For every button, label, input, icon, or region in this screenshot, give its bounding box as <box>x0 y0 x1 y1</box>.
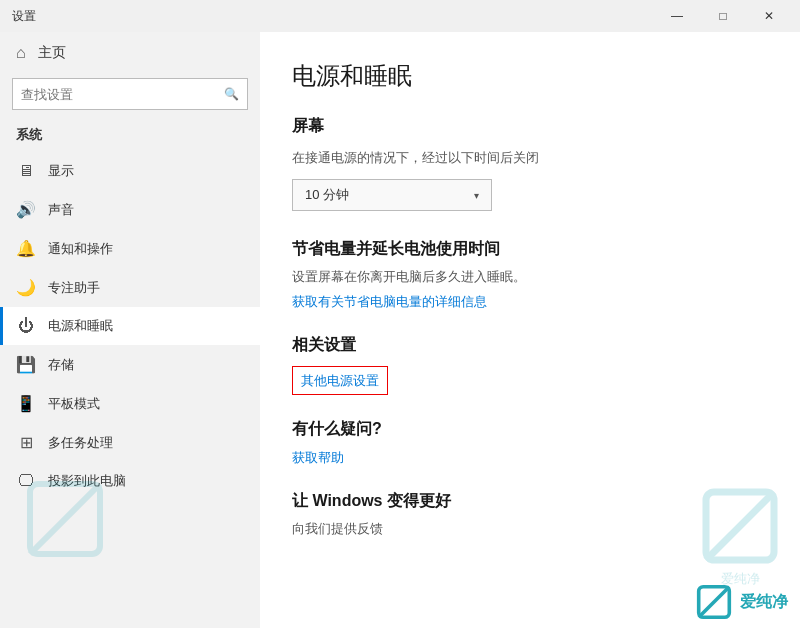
sidebar-item-sound-label: 声音 <box>48 201 74 219</box>
sidebar-item-notify[interactable]: 🔔 通知和操作 <box>0 229 260 268</box>
main-layout: ⌂ 主页 🔍 系统 🖥 显示 🔊 声音 🔔 通知和操作 🌙 专注助手 ⏻ 电源和… <box>0 32 800 628</box>
energy-desc: 设置屏幕在你离开电脑后多久进入睡眠。 <box>292 268 768 286</box>
watermark-brand: 爱纯净 <box>721 570 760 588</box>
sidebar-item-project[interactable]: 🖵 投影到此电脑 <box>0 462 260 500</box>
page-title: 电源和睡眠 <box>292 60 768 92</box>
home-icon: ⌂ <box>16 44 26 62</box>
focus-icon: 🌙 <box>16 278 36 297</box>
chevron-down-icon: ▾ <box>474 190 479 201</box>
sidebar-item-sound[interactable]: 🔊 声音 <box>0 190 260 229</box>
search-input[interactable] <box>21 87 224 102</box>
minimize-button[interactable]: — <box>654 0 700 32</box>
home-label: 主页 <box>38 44 66 62</box>
sidebar-item-home[interactable]: ⌂ 主页 <box>0 32 260 74</box>
multitask-icon: ⊞ <box>16 433 36 452</box>
sidebar-item-tablet-label: 平板模式 <box>48 395 100 413</box>
related-link-box[interactable]: 其他电源设置 <box>292 366 388 395</box>
window-controls: — □ ✕ <box>654 0 792 32</box>
faq-section: 有什么疑问? 获取帮助 <box>292 419 768 467</box>
sound-icon: 🔊 <box>16 200 36 219</box>
close-button[interactable]: ✕ <box>746 0 792 32</box>
display-icon: 🖥 <box>16 162 36 180</box>
faq-link[interactable]: 获取帮助 <box>292 450 344 465</box>
svg-rect-4 <box>699 587 730 618</box>
related-link[interactable]: 其他电源设置 <box>301 373 379 388</box>
bottom-watermark-text: 爱纯净 <box>740 592 788 613</box>
sidebar-item-focus[interactable]: 🌙 专注助手 <box>0 268 260 307</box>
sidebar-item-focus-label: 专注助手 <box>48 279 100 297</box>
screen-timeout-dropdown[interactable]: 10 分钟 ▾ <box>292 179 492 211</box>
sidebar-item-multitask[interactable]: ⊞ 多任务处理 <box>0 423 260 462</box>
sidebar-section-label: 系统 <box>0 122 260 152</box>
related-section: 相关设置 其他电源设置 <box>292 335 768 395</box>
sidebar-item-power[interactable]: ⏻ 电源和睡眠 <box>0 307 260 345</box>
sidebar-item-tablet[interactable]: 📱 平板模式 <box>0 384 260 423</box>
faq-title: 有什么疑问? <box>292 419 768 440</box>
sidebar: ⌂ 主页 🔍 系统 🖥 显示 🔊 声音 🔔 通知和操作 🌙 专注助手 ⏻ 电源和… <box>0 32 260 628</box>
sidebar-item-notify-label: 通知和操作 <box>48 240 113 258</box>
search-box[interactable]: 🔍 <box>12 78 248 110</box>
improve-title: 让 Windows 变得更好 <box>292 491 768 512</box>
sidebar-item-storage[interactable]: 💾 存储 <box>0 345 260 384</box>
search-icon: 🔍 <box>224 87 239 101</box>
related-title: 相关设置 <box>292 335 768 356</box>
title-bar: 设置 — □ ✕ <box>0 0 800 32</box>
power-icon: ⏻ <box>16 317 36 335</box>
sidebar-item-display[interactable]: 🖥 显示 <box>0 152 260 190</box>
energy-title: 节省电量并延长电池使用时间 <box>292 239 768 260</box>
storage-icon: 💾 <box>16 355 36 374</box>
window-title: 设置 <box>12 8 36 25</box>
maximize-button[interactable]: □ <box>700 0 746 32</box>
energy-section: 节省电量并延长电池使用时间 设置屏幕在你离开电脑后多久进入睡眠。 获取有关节省电… <box>292 239 768 311</box>
sidebar-item-project-label: 投影到此电脑 <box>48 472 126 490</box>
sidebar-item-storage-label: 存储 <box>48 356 74 374</box>
content-area: 电源和睡眠 屏幕 在接通电源的情况下，经过以下时间后关闭 10 分钟 ▾ 节省电… <box>260 32 800 628</box>
energy-link[interactable]: 获取有关节省电脑电量的详细信息 <box>292 294 487 309</box>
bottom-watermark: 爱纯净 <box>696 584 788 620</box>
notify-icon: 🔔 <box>16 239 36 258</box>
project-icon: 🖵 <box>16 472 36 490</box>
svg-line-5 <box>699 587 730 618</box>
sidebar-item-power-label: 电源和睡眠 <box>48 317 113 335</box>
sidebar-item-display-label: 显示 <box>48 162 74 180</box>
screen-section-desc: 在接通电源的情况下，经过以下时间后关闭 <box>292 149 768 167</box>
dropdown-value: 10 分钟 <box>305 186 349 204</box>
tablet-icon: 📱 <box>16 394 36 413</box>
improve-section: 让 Windows 变得更好 向我们提供反馈 <box>292 491 768 538</box>
improve-desc: 向我们提供反馈 <box>292 520 768 538</box>
sidebar-item-multitask-label: 多任务处理 <box>48 434 113 452</box>
screen-section-title: 屏幕 <box>292 116 768 137</box>
